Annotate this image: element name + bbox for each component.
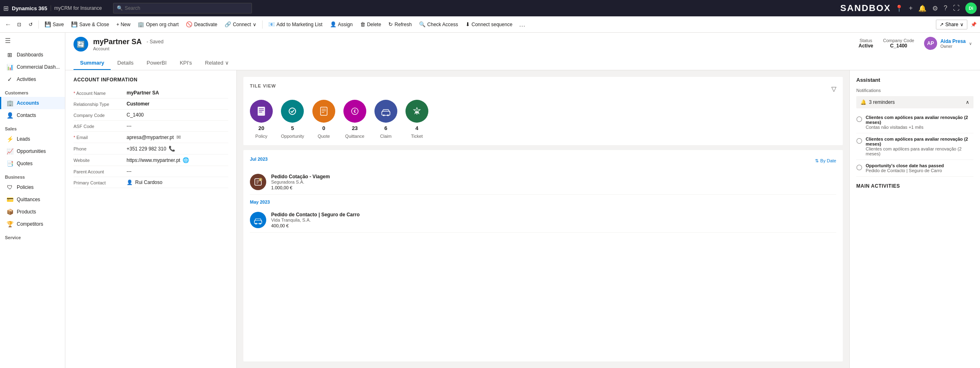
tile-view-title: TILE VIEW [250, 83, 276, 88]
save-close-button[interactable]: 💾 Save & Close [68, 20, 112, 29]
add-marketing-button[interactable]: 📧 Add to Marketing List [265, 20, 326, 29]
tile-policy-circle [250, 100, 273, 123]
search-box[interactable]: 🔍 [113, 3, 252, 13]
reminders-collapse-icon[interactable]: ∧ [966, 99, 969, 105]
tile-quote[interactable]: 0 Quote [312, 100, 335, 139]
tab-related[interactable]: Related ∨ [198, 56, 236, 70]
more-button[interactable]: … [517, 19, 528, 30]
by-date-button[interactable]: ⇅ By Date [815, 158, 836, 164]
quittances-icon: 💳 [6, 196, 13, 203]
reminder-title-1: Clientes com apólices para avaliar renov… [866, 137, 973, 146]
connect-seq-button[interactable]: ⬇ Connect sequence [462, 20, 516, 29]
add-icon[interactable]: + [909, 4, 913, 12]
field-label: Website [74, 157, 127, 163]
bell-icon[interactable]: 🔔 [918, 4, 927, 12]
connect-drop-icon: ∨ [253, 22, 256, 27]
tile-policy[interactable]: 20 Policy [250, 100, 273, 139]
refresh-button[interactable]: ↻ Refresh [385, 20, 415, 29]
tile-policy-count: 20 [258, 125, 264, 131]
new-button[interactable]: + New [113, 20, 134, 29]
activity-item-1: Pedido de Contacto | Seguro de Carro Vid… [250, 208, 836, 233]
sidebar-item-leads[interactable]: ⚡ Leads [0, 133, 65, 145]
tile-claim[interactable]: 6 Claim [374, 100, 397, 139]
tile-opportunity[interactable]: 5 Opportunity [281, 100, 304, 139]
phone-icon[interactable]: 📞 [169, 146, 175, 152]
seq-icon: ⬇ [466, 21, 470, 27]
svg-point-20 [255, 223, 257, 224]
deactivate-button[interactable]: 🚫 Deactivate [183, 20, 220, 29]
delete-button[interactable]: 🗑 Delete [357, 20, 385, 29]
refresh-page-button[interactable]: ↺ [25, 20, 36, 29]
owner-dropdown-icon[interactable]: ∨ [969, 41, 972, 46]
field-value[interactable]: https://www.mypartner.pt 🌐 [127, 157, 228, 163]
field-value[interactable]: +351 229 982 310 📞 [127, 146, 228, 152]
field-row-website: Website https://www.mypartner.pt 🌐 [74, 155, 228, 166]
email-icon[interactable]: ✉ [176, 134, 181, 140]
connect-button[interactable]: 🔗 Connect ∨ [221, 20, 260, 29]
reminders-header[interactable]: 🔔 3 reminders ∧ [856, 96, 973, 108]
activities-icon: ✓ [6, 76, 13, 83]
open-org-button[interactable]: 🏢 Open org chart [134, 20, 182, 29]
hamburger-icon[interactable]: ☰ [0, 33, 65, 49]
sidebar-item-competitors[interactable]: 🏆 Competitors [0, 218, 65, 230]
field-value[interactable]: C_1400 [127, 112, 228, 118]
sidebar-item-opportunities[interactable]: 📈 Opportunities [0, 145, 65, 157]
check-access-button[interactable]: 🔍 Check Access [416, 20, 461, 29]
tab-powerbi[interactable]: PowerBI [140, 56, 173, 70]
sidebar-item-activities[interactable]: ✓ Activities [0, 73, 65, 85]
sidebar-item-label: Accounts [17, 100, 39, 106]
fullscreen-icon[interactable]: ⛶ [953, 4, 960, 12]
search-input[interactable] [125, 5, 248, 11]
settings-icon[interactable]: ⚙ [932, 4, 938, 12]
sidebar-item-label: Dashboards [17, 52, 43, 58]
tile-claim-label: Claim [380, 134, 392, 139]
notifications-label: Notifications [856, 88, 973, 93]
sidebar-item-label: Commercial Dash... [17, 64, 60, 70]
connect-icon: 🔗 [225, 21, 231, 27]
tab-details[interactable]: Details [111, 56, 140, 70]
sidebar-item-quittances[interactable]: 💳 Quittances [0, 193, 65, 206]
sidebar-item-quotes[interactable]: 📑 Quotes [0, 157, 65, 170]
save-button[interactable]: 💾 Save [41, 20, 67, 29]
tab-kpis[interactable]: KPI's [173, 56, 198, 70]
field-value[interactable]: apresa@mypartner.pt ✉ [127, 134, 228, 140]
user-avatar[interactable]: Di [965, 2, 977, 14]
field-value[interactable]: Customer [127, 101, 228, 107]
sidebar: ☰ ⊞ Dashboards 📊 Commercial Dash... ✓ Ac… [0, 33, 65, 368]
location-icon[interactable]: 📍 [895, 4, 903, 12]
sidebar-item-contacts[interactable]: 👤 Contacts [0, 109, 65, 121]
tile-filter-icon[interactable]: ▽ [831, 85, 836, 93]
field-value[interactable]: myPartner SA [127, 90, 228, 96]
company-code-value: C_1400 [890, 43, 907, 49]
help-icon[interactable]: ? [944, 4, 947, 12]
tab-summary[interactable]: Summary [74, 56, 111, 70]
sidebar-item-dashboards[interactable]: ⊞ Dashboards [0, 49, 65, 61]
pin-icon[interactable]: 📌 [971, 22, 977, 27]
share-button[interactable]: ↗ Share ∨ [936, 20, 967, 29]
owner-name[interactable]: Aida Presa [940, 38, 966, 44]
back-button[interactable]: ← [3, 21, 13, 28]
svg-text:€: € [354, 109, 356, 114]
globe-icon[interactable]: 🌐 [183, 157, 189, 163]
sidebar-item-policies[interactable]: 🛡 Policies [0, 181, 65, 193]
tabs: Summary Details PowerBI KPI's Related ∨ [74, 56, 972, 70]
tile-quittance[interactable]: € 23 Quittance [343, 100, 366, 139]
tile-quote-count: 0 [322, 125, 325, 131]
required-star: * [74, 91, 75, 96]
assign-button[interactable]: 👤 Assign [327, 20, 356, 29]
products-icon: 📦 [6, 209, 13, 215]
field-value[interactable]: 👤 Rui Cardoso [127, 180, 228, 185]
sidebar-item-products[interactable]: 📦 Products [0, 206, 65, 218]
tile-ticket[interactable]: 4 Ticket [405, 100, 428, 139]
sidebar-item-commercial[interactable]: 📊 Commercial Dash... [0, 61, 65, 73]
entity-icon: 🔄 [74, 37, 88, 52]
sidebar-item-accounts[interactable]: 🏢 Accounts [0, 97, 65, 109]
reminder-text-0: Clientes com apólices para avaliar renov… [866, 115, 973, 130]
page-icon-button[interactable]: ⊡ [14, 20, 24, 29]
service-section-title: Service [0, 230, 65, 242]
activity-sub-0: Seguradora S.A. [271, 180, 836, 184]
command-bar: ← ⊡ ↺ 💾 Save 💾 Save & Close + New 🏢 Open… [0, 16, 980, 33]
entity-left: 🔄 myPartner SA - Saved Account [74, 37, 163, 52]
middle-panel: TILE VIEW ▽ [237, 70, 849, 368]
grid-icon[interactable]: ⊞ [3, 4, 9, 12]
